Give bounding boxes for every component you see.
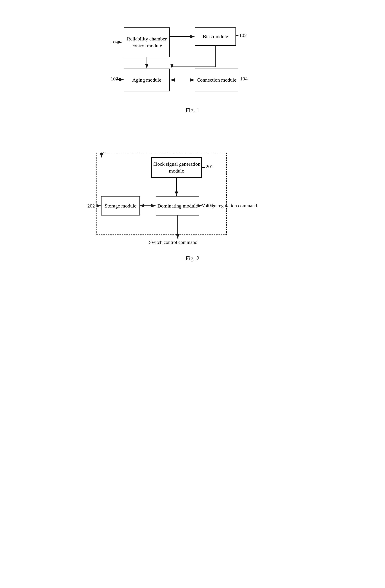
switch-command-label: Switch control command	[149, 239, 197, 245]
fig2-diagram: 101 Clock signal generation module Stora…	[94, 150, 291, 249]
box-bias-label: Bias module	[203, 33, 228, 40]
box-bias: Bias module	[195, 27, 236, 46]
box-aging: Aging module	[124, 68, 170, 91]
box-clock-label: Clock signal generation module	[152, 161, 201, 174]
ref-103: 103	[111, 76, 118, 82]
box-storage: Storage module	[101, 196, 140, 215]
ref-101: 101	[111, 39, 118, 45]
box-dominating-label: Dominating module	[157, 203, 198, 209]
fig1-container: Reliability chamber control module Bias …	[90, 23, 295, 114]
box-rccm: Reliability chamber control module	[124, 27, 170, 57]
box-aging-label: Aging module	[132, 77, 161, 84]
voltage-command-label: Voltage regulation command	[202, 203, 257, 209]
fig2-ref-201: 201	[206, 164, 213, 169]
box-rccm-label: Reliability chamber control module	[124, 35, 169, 49]
page: Reliability chamber control module Bias …	[0, 0, 385, 588]
fig1-diagram: Reliability chamber control module Bias …	[99, 23, 286, 101]
box-clock: Clock signal generation module	[151, 157, 202, 178]
box-dominating: Dominating module	[156, 196, 199, 215]
fig2-container: 101 Clock signal generation module Stora…	[90, 150, 295, 262]
ref-102: 102	[239, 32, 247, 38]
fig1-caption: Fig. 1	[186, 107, 200, 114]
box-connection: Connection module	[195, 68, 238, 91]
ref-104: 104	[240, 76, 248, 82]
fig2-ref-202: 202	[87, 203, 95, 209]
fig2-caption: Fig. 2	[186, 255, 200, 262]
box-storage-label: Storage module	[105, 203, 136, 209]
box-connection-label: Connection module	[197, 77, 236, 84]
